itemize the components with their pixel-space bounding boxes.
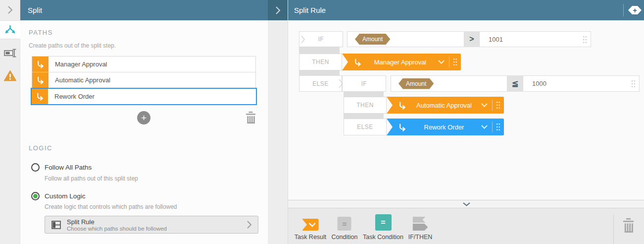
path-label: Manager Approval — [49, 57, 107, 72]
path-row-automatic-approval[interactable]: Automatic Approval — [32, 72, 256, 88]
path-arrow-icon — [32, 57, 49, 72]
chevron-down-icon[interactable] — [481, 103, 488, 107]
keyword-label: ELSE — [312, 80, 329, 87]
toolbox-item-label: Task Result — [295, 234, 327, 241]
toolbox-item-condition[interactable]: = Condition — [332, 215, 358, 241]
drag-handle[interactable] — [631, 80, 636, 90]
block-label: Rework Order — [407, 123, 481, 131]
rule-card-subtitle: Choose which paths should be followed — [67, 226, 167, 232]
path-arrow-icon — [32, 72, 49, 88]
left-sidebar — [0, 0, 20, 244]
rule-table-icon — [51, 220, 61, 232]
drag-handle[interactable] — [496, 123, 500, 131]
keyword-label: THEN — [356, 102, 374, 109]
chevron-notch-icon — [339, 79, 344, 90]
connector — [344, 92, 384, 97]
radio-label-follow-all-paths: Follow All Paths — [45, 163, 92, 172]
left-panel-body: PATHS Create paths out of the split step… — [20, 20, 268, 244]
sidebar-tab-warnings[interactable] — [0, 68, 20, 83]
path-label: Automatic Approval — [49, 72, 110, 88]
task-condition-icon: = — [375, 214, 392, 231]
path-arrow-icon — [397, 101, 407, 110]
right-panel: Split Rule + IF Amount > 1001 — [288, 0, 644, 244]
then-path-block-automatic-approval[interactable]: Automatic Approval — [387, 97, 504, 114]
logic-heading: LOGIC — [29, 144, 52, 152]
path-label: Rework Order — [48, 89, 95, 104]
rule-card-title: Split Rule — [67, 218, 95, 226]
drag-handle[interactable] — [583, 36, 587, 46]
keyword-label: THEN — [312, 59, 329, 65]
keyword-if: IF — [299, 31, 343, 47]
operator-less-equal[interactable]: ≦ — [507, 75, 523, 92]
chevron-right-icon — [275, 6, 281, 15]
header-divider — [623, 4, 624, 16]
condition-field-input[interactable]: Amount — [391, 75, 507, 92]
toolbox-expander[interactable] — [288, 200, 644, 208]
chevron-down-icon[interactable] — [438, 60, 445, 64]
path-row-manager-approval[interactable]: Manager Approval — [32, 56, 256, 72]
keyword-then-nested: THEN — [344, 97, 387, 114]
toolbox-item-task-condition[interactable]: = Task Condition — [363, 215, 403, 241]
condition-icon: = — [338, 217, 351, 231]
keyword-label: ELSE — [357, 123, 373, 130]
radio-custom-logic[interactable] — [31, 192, 40, 200]
condition-value-input[interactable]: 1000 — [523, 75, 640, 92]
path-arrow-icon — [32, 89, 48, 104]
warning-triangle-icon — [3, 70, 17, 82]
toolbox-item-label: Task Condition — [363, 234, 403, 241]
paths-description: Create paths out of the split step. — [29, 42, 116, 49]
workflow-split-editor: Split PATHS Create paths out of the spli… — [0, 0, 644, 244]
delete-path-trash-icon[interactable] — [246, 112, 256, 126]
radio-desc-follow-all-paths: Follow all paths out of this split step — [45, 175, 138, 182]
left-panel-header: Split — [20, 0, 268, 20]
radio-desc-custom-logic: Create logic that controls which paths a… — [45, 203, 177, 210]
keyword-if-nested: IF — [342, 75, 386, 92]
chevron-notch-icon — [301, 35, 305, 45]
rule-builder-canvas: IF Amount > 1001 THEN Manager Approval — [288, 20, 644, 244]
then-path-block-manager-approval[interactable]: Manager Approval — [342, 54, 461, 70]
add-path-button[interactable]: + — [137, 111, 150, 124]
left-panel-title: Split — [28, 6, 42, 14]
connector — [299, 47, 340, 54]
delete-rule-trash-icon[interactable] — [623, 218, 634, 236]
condition-value-input[interactable]: 1001 — [479, 31, 591, 47]
collapse-right-panel-button[interactable] — [268, 0, 288, 20]
drag-handle[interactable] — [453, 58, 457, 66]
right-panel-title: Split Rule — [294, 6, 326, 14]
condition-value-text: 1000 — [523, 80, 639, 87]
condition-field-input[interactable]: Amount — [347, 31, 464, 47]
sidebar-tab-rename[interactable] — [0, 46, 20, 61]
collapse-panel-button[interactable] — [0, 0, 20, 20]
chevron-right-icon — [7, 5, 13, 14]
right-panel-header: Split Rule + — [288, 0, 644, 20]
keyword-else: ELSE — [299, 75, 342, 92]
block-label: Manager Approval — [362, 59, 438, 66]
block-divider — [492, 100, 493, 111]
chevron-down-icon — [463, 202, 470, 206]
field-chip-amount[interactable]: Amount — [355, 34, 390, 45]
panel-gap-strip — [268, 0, 288, 244]
split-icon — [4, 25, 16, 35]
field-chip-amount[interactable]: Amount — [398, 78, 434, 89]
path-row-rework-order[interactable]: Rework Order — [31, 88, 257, 105]
keyword-else-nested: ELSE — [344, 119, 387, 135]
sidebar-tab-paths[interactable] — [0, 20, 20, 39]
rule-toolbox: Task Result = Condition = Task Condition… — [288, 208, 644, 244]
drag-handle[interactable] — [496, 101, 500, 109]
toolbar-divider — [613, 214, 614, 244]
toolbox-item-label: IF/THEN — [408, 234, 433, 241]
block-divider — [449, 57, 449, 67]
toolbox-item-ifthen[interactable]: IF/THEN — [408, 215, 433, 241]
task-result-icon — [302, 219, 319, 231]
chevron-down-icon[interactable] — [481, 125, 488, 129]
path-arrow-icon — [353, 58, 362, 67]
else-path-block-rework-order[interactable]: Rework Order — [387, 119, 504, 135]
split-rule-card[interactable]: Split Rule Choose which paths should be … — [45, 216, 258, 234]
toolbox-item-task-result[interactable]: Task Result — [295, 215, 327, 241]
radio-follow-all-paths[interactable] — [31, 163, 40, 172]
add-field-button[interactable]: + — [628, 6, 642, 14]
toolbox-item-label: Condition — [332, 234, 358, 241]
path-arrow-icon — [397, 122, 407, 132]
rename-field-icon — [3, 48, 17, 59]
operator-greater-than[interactable]: > — [464, 31, 479, 47]
